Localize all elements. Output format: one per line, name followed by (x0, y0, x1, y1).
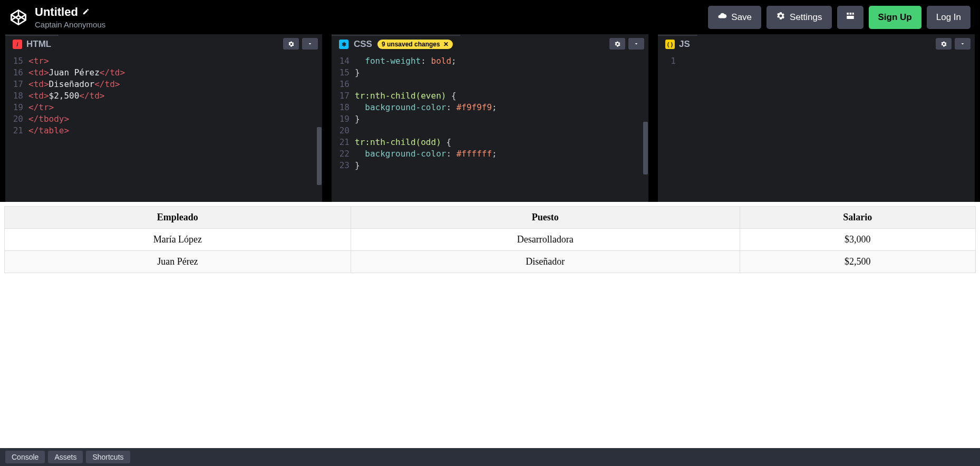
svg-rect-3 (847, 13, 849, 15)
js-label: JS (679, 39, 690, 50)
code-line[interactable]: 18 background-color: #f9f9f9; (332, 102, 648, 113)
code-line[interactable]: 21</table> (5, 125, 322, 137)
editor-js-header: ( ) JS (658, 34, 975, 53)
code-line[interactable]: 20</tbody> (5, 113, 322, 125)
code-line[interactable]: 21tr:nth-child(odd) { (332, 137, 648, 148)
footer: Console Assets Shortcuts (0, 448, 980, 466)
signup-button[interactable]: Sign Up (869, 6, 921, 29)
save-label: Save (731, 12, 752, 23)
unsaved-changes-pill[interactable]: 9 unsaved changes ✕ (377, 40, 453, 49)
code-content[interactable]: <td>Diseñador</td> (28, 79, 120, 90)
code-line[interactable]: 20 (332, 125, 648, 137)
editor-js: ( ) JS 1 (658, 34, 975, 202)
scrollbar-thumb[interactable] (643, 122, 648, 174)
code-line[interactable]: 22 background-color: #ffffff; (332, 148, 648, 160)
settings-label: Settings (790, 12, 822, 23)
css-settings-button[interactable] (609, 38, 625, 50)
css-chevron-button[interactable] (628, 38, 644, 50)
edit-title-icon[interactable] (82, 8, 90, 17)
pen-title[interactable]: Untitled (35, 5, 78, 19)
editor-css-header: ✱ CSS 9 unsaved changes ✕ (332, 34, 648, 53)
editor-js-tab[interactable]: ( ) JS (658, 35, 697, 53)
html-label: HTML (26, 39, 51, 50)
code-line[interactable]: 23} (332, 160, 648, 171)
code-content[interactable]: <td>Juan Pérez</td> (28, 67, 125, 79)
line-number: 22 (332, 148, 355, 160)
code-content[interactable]: } (355, 113, 360, 125)
line-number: 19 (5, 102, 28, 113)
css-badge-icon: ✱ (339, 40, 348, 49)
code-content[interactable]: </tr> (28, 102, 54, 113)
layout-icon (846, 11, 855, 23)
css-code-area[interactable]: 14 font-weight: bold;15}1617tr:nth-child… (332, 53, 648, 202)
js-settings-button[interactable] (936, 38, 952, 50)
cell-salario: $3,000 (740, 229, 975, 251)
code-content[interactable]: tr:nth-child(even) { (355, 90, 457, 102)
editor-css-tab[interactable]: ✱ CSS 9 unsaved changes ✕ (332, 35, 460, 53)
code-content[interactable]: </table> (28, 125, 69, 137)
code-content[interactable]: background-color: #ffffff; (355, 148, 497, 160)
code-content[interactable]: tr:nth-child(odd) { (355, 137, 451, 148)
pen-author[interactable]: Captain Anonymous (35, 20, 105, 29)
code-line[interactable]: 16<td>Juan Pérez</td> (5, 67, 322, 79)
line-number: 16 (332, 79, 355, 90)
col-empleado: Empleado (5, 207, 351, 229)
scrollbar-thumb[interactable] (317, 127, 322, 185)
code-line[interactable]: 16 (332, 79, 648, 90)
table-row: Juan Pérez Diseñador $2,500 (5, 251, 976, 273)
code-line[interactable]: 17<td>Diseñador</td> (5, 79, 322, 90)
shortcuts-button[interactable]: Shortcuts (86, 451, 130, 463)
gear-icon (776, 11, 785, 23)
login-button[interactable]: Log In (927, 6, 971, 29)
line-number: 16 (5, 67, 28, 79)
code-line[interactable]: 19</tr> (5, 102, 322, 113)
cell-empleado: Juan Pérez (5, 251, 351, 273)
save-button[interactable]: Save (708, 6, 761, 29)
line-number: 20 (5, 113, 28, 125)
line-number: 15 (5, 55, 28, 67)
code-line[interactable]: 15<tr> (5, 55, 322, 67)
code-line[interactable]: 18<td>$2,500</td> (5, 90, 322, 102)
settings-button[interactable]: Settings (766, 6, 831, 29)
code-content[interactable]: </tbody> (28, 113, 69, 125)
line-number: 18 (5, 90, 28, 102)
code-line[interactable]: 15} (332, 67, 648, 79)
code-content[interactable]: } (355, 160, 360, 171)
console-button[interactable]: Console (5, 451, 45, 463)
line-number: 19 (332, 113, 355, 125)
code-content[interactable]: font-weight: bold; (355, 55, 457, 67)
code-content[interactable]: <tr> (28, 55, 49, 67)
html-badge-icon: / (13, 40, 22, 49)
code-line[interactable]: 14 font-weight: bold; (332, 55, 648, 67)
html-chevron-button[interactable] (302, 38, 318, 50)
cloud-icon (717, 11, 727, 23)
header: Untitled Captain Anonymous Save Settings (0, 0, 980, 34)
signup-label: Sign Up (878, 12, 912, 23)
assets-button[interactable]: Assets (48, 451, 83, 463)
header-left: Untitled Captain Anonymous (9, 5, 105, 29)
css-label: CSS (354, 39, 372, 50)
editor-js-controls (936, 38, 975, 50)
code-content[interactable]: background-color: #f9f9f9; (355, 102, 497, 113)
codepen-logo-icon[interactable] (9, 8, 27, 26)
line-number: 17 (5, 79, 28, 90)
code-line[interactable]: 17tr:nth-child(even) { (332, 90, 648, 102)
js-chevron-button[interactable] (955, 38, 971, 50)
login-label: Log In (936, 12, 961, 23)
html-code-area[interactable]: 15<tr>16<td>Juan Pérez</td>17<td>Diseñad… (5, 53, 322, 202)
editor-html-tab[interactable]: / HTML (5, 35, 59, 53)
col-puesto: Puesto (351, 207, 740, 229)
editor-html: / HTML 15<tr>16<td>Juan Pérez</td>17<td>… (5, 34, 322, 202)
close-icon[interactable]: ✕ (443, 41, 449, 48)
js-code-area[interactable]: 1 (658, 53, 975, 202)
code-line[interactable]: 1 (658, 55, 975, 67)
code-line[interactable]: 19} (332, 113, 648, 125)
code-content[interactable]: <td>$2,500</td> (28, 90, 105, 102)
preview-pane: Empleado Puesto Salario María López Desa… (0, 202, 980, 448)
editor-css: ✱ CSS 9 unsaved changes ✕ 14 font-weight… (332, 34, 648, 202)
html-settings-button[interactable] (283, 38, 299, 50)
code-content[interactable]: } (355, 67, 360, 79)
editors-row: / HTML 15<tr>16<td>Juan Pérez</td>17<td>… (0, 34, 980, 202)
line-number: 21 (5, 125, 28, 137)
layout-button[interactable] (837, 6, 863, 29)
